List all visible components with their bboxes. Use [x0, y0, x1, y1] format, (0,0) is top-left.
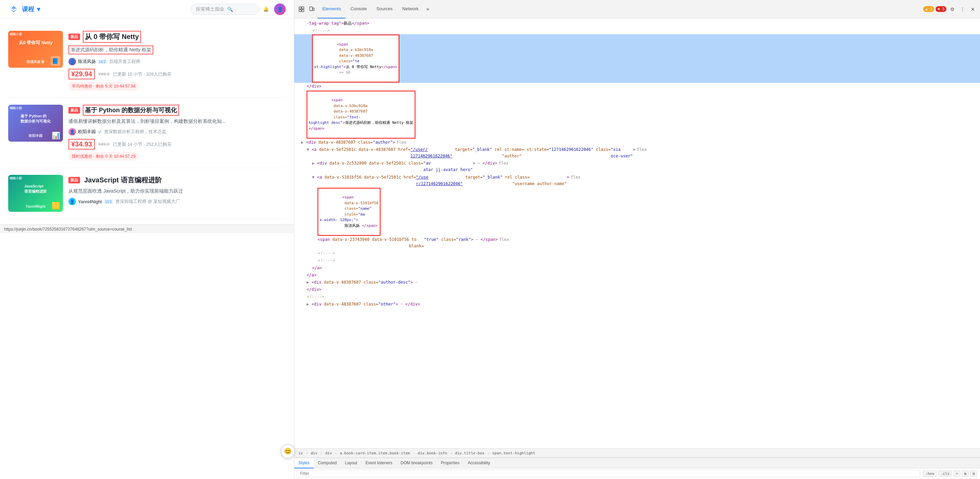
filter-box-2[interactable]: ⊟: [970, 471, 977, 477]
tree-line-author-desc[interactable]: ▶ <div data-v-48387607 class="author-des…: [294, 279, 980, 286]
tab-dom-breakpoints[interactable]: DOM breakpoints: [396, 458, 437, 468]
tree-line-a-close[interactable]: </a>: [294, 264, 980, 272]
tab-network[interactable]: Network: [398, 0, 424, 19]
tree-line-comment-1[interactable]: <!---->: [294, 27, 980, 34]
course-info-2: 新品 基于 Python 的数据分析与可视化 通俗易懂讲解数据分析及其算法，剖析…: [68, 105, 286, 161]
tree-line-rank-span[interactable]: <span data-v-23743940 data-v-5101bf56 to…: [294, 236, 980, 250]
svg-rect-1: [299, 10, 301, 12]
breadcrumb-div-1[interactable]: div: [309, 450, 319, 456]
tree-line-comment-3[interactable]: <!---->: [294, 257, 980, 264]
course-info-3: 新品 JavaScript 语言编程进阶 从规范层面吃透 JavaScript，…: [68, 175, 286, 209]
tree-line-avatar-div[interactable]: ▶ <div data-v-2c532890 data-v-5ef2501c c…: [294, 160, 980, 173]
devtools-close-btn[interactable]: ✕: [968, 5, 977, 14]
devtools-settings-btn[interactable]: ⚙: [948, 5, 957, 14]
tree-line-other-div[interactable]: ▶ <div data-v-48387607 class="other"> ⋯ …: [294, 301, 980, 308]
error-count: ✖ 3: [937, 7, 944, 11]
price-meta-2: 已更新 14 小节 · 252人已购买: [113, 141, 172, 148]
devtools-menu-btn[interactable]: ⋮: [958, 5, 967, 14]
course-item[interactable]: 稽能小册 从0 带你写 Netty 陈清风扬 著 📘 新品 从 0 带你写 Ne…: [8, 24, 286, 98]
filter-hov[interactable]: :hov: [923, 471, 937, 477]
tree-line-desc[interactable]: <span data-v-b3bc918a data-v-48387607 cl…: [294, 90, 980, 139]
course-item-3[interactable]: 稽能小册 JavaScript语言编程进阶 Yanni4Night 🟨 新品 J…: [8, 168, 286, 219]
left-panel: 课程 ▾ 探索稀土掘金 🔍 🔔 👤 稽能小册 从0 带你写 Netty 陈清风扬…: [0, 0, 294, 479]
thumb-author-3: Yanni4Night: [25, 205, 46, 208]
search-box[interactable]: 探索稀土掘金 🔍: [191, 4, 259, 15]
name-element: <span data-v-5101bf56 class="name" style…: [318, 188, 380, 236]
tab-properties[interactable]: Properties: [437, 458, 464, 468]
course-item-2[interactable]: 稽能小册 基于 Python 的数据分析与可视化 欧阳丰园 📊 新品 基于 Py…: [8, 98, 286, 168]
filter-box-1[interactable]: ⊞: [962, 471, 969, 477]
tree-line-author-div[interactable]: ▶ <div data-v-48387607 class="author"> f…: [294, 139, 980, 146]
breadcrumb-div-title-box[interactable]: div.title-box: [454, 450, 486, 456]
course-title-3: JavaScript 语言编程进阶: [83, 175, 163, 185]
status-bar: https://juejin.cn/book/72552583167276482…: [0, 224, 294, 233]
logo-text: 课程: [22, 5, 34, 13]
devtools-right-icons: ▲ 3 ✖ 3 ⚙ ⋮ ✕: [923, 5, 977, 14]
tree-line-highlighted[interactable]: <span data-v-b3bc918a data-v-48387607 cl…: [294, 34, 980, 83]
tree-line-div-close[interactable]: </div>: [294, 83, 980, 90]
tab-event-listeners[interactable]: Event listeners: [361, 458, 396, 468]
highlighted-element: <span data-v-b3bc918a data-v-48387607 cl…: [312, 35, 399, 83]
tab-console[interactable]: Console: [345, 0, 372, 19]
devtools-html-content: -tag-wrap tag">新品</span> <!----> <span d…: [294, 19, 980, 448]
devtools-more-tabs[interactable]: »: [423, 6, 432, 12]
breadcrumb-a-book-card[interactable]: a.book-card-item.item.book-item: [339, 450, 411, 456]
float-button[interactable]: 😊: [281, 444, 295, 458]
course-title-1: 从 0 带你写 Netty: [83, 31, 141, 43]
tree-line-name-span[interactable]: <span data-v-5101bf56 class="name" style…: [294, 188, 980, 236]
avatar[interactable]: 👤: [274, 3, 286, 15]
tree-line[interactable]: -tag-wrap tag">新品</span>: [294, 20, 980, 27]
tab-accessibility[interactable]: Accessibility: [464, 458, 494, 468]
devtools-device-btn[interactable]: [307, 5, 316, 14]
tab-sources[interactable]: Sources: [372, 0, 398, 19]
course-list: 稽能小册 从0 带你写 Netty 陈清风扬 著 📘 新品 从 0 带你写 Ne…: [0, 19, 294, 224]
course-thumbnail-2: 稽能小册 基于 Python 的数据分析与可视化 欧阳丰园 📊: [8, 105, 63, 142]
breadcrumb-div-2[interactable]: div: [324, 450, 333, 456]
filter-cls[interactable]: .cls: [938, 471, 952, 477]
badge-new-1: 新品: [68, 33, 80, 40]
promo-badge-1: 早鸟特惠价 · 剩余 5 天 10:44:57.94: [68, 82, 139, 91]
tree-line-a-close-2[interactable]: </a>: [294, 272, 980, 279]
tab-layout[interactable]: Layout: [341, 458, 361, 468]
styles-filter-input[interactable]: [297, 470, 920, 477]
svg-point-6: [311, 10, 311, 11]
tab-computed[interactable]: Computed: [314, 458, 341, 468]
search-placeholder: 探索稀土掘金: [196, 6, 224, 12]
logo-dropdown[interactable]: ▾: [37, 5, 40, 13]
tree-line-div-close-2[interactable]: </div>: [294, 286, 980, 293]
devtools-inspect-btn[interactable]: [297, 5, 306, 14]
price-original-2: ¥49.9: [98, 142, 110, 147]
svg-rect-5: [313, 8, 314, 11]
course-author-1: 👤 陈清风扬 LV.2 后端开发工程师: [68, 58, 286, 65]
breadcrumb-iv[interactable]: iv: [297, 450, 304, 456]
course-thumbnail-1: 稽能小册 从0 带你写 Netty 陈清风扬 著 📘: [8, 31, 63, 68]
course-author-3: 👤 Yanni4Night LV.1 资深前端工程师 @ 某短视频大厂: [68, 198, 286, 205]
devtools-tabs: Elements Console Sources Network »: [318, 0, 432, 19]
tree-line-a-username[interactable]: ▼ <a data-v-5101bf56 data-v-5ef2501c hre…: [294, 174, 980, 188]
tab-elements[interactable]: Elements: [318, 0, 345, 19]
tree-line-comment-4[interactable]: <!---->: [294, 293, 980, 301]
filter-plus[interactable]: +: [953, 471, 961, 477]
devtools-panel: Elements Console Sources Network » ▲ 3 ✖…: [294, 0, 980, 479]
course-title-row-1: 新品 从 0 带你写 Netty: [68, 31, 286, 43]
author-name-3: Yanni4Night: [78, 199, 102, 204]
tree-line-a-user[interactable]: ▼ <a data-v-5ef2501c data-v-48387607 hre…: [294, 146, 980, 160]
styles-panel: Styles Computed Layout Event listeners D…: [294, 458, 980, 479]
breadcrumb-span-text-highlight[interactable]: span.text-highlight: [491, 450, 536, 456]
tree-line-comment-2[interactable]: <!---->: [294, 250, 980, 257]
svg-rect-0: [299, 7, 301, 9]
float-icon: 😊: [284, 447, 291, 455]
level-badge-1: LV.2: [98, 59, 107, 64]
header-icons: 🔔 👤: [263, 3, 286, 15]
header-search: 探索稀土掘金 🔍 🔔 👤: [191, 3, 286, 15]
price-current-2: ¥34.93: [68, 139, 95, 150]
breadcrumb-div-book-info[interactable]: div.book-info: [417, 450, 449, 456]
author-name-1: 陈清风扬: [78, 59, 96, 65]
thumb-title-1: 从0 带你写 Netty: [19, 40, 53, 46]
logo[interactable]: 课程 ▾: [8, 4, 40, 15]
author-role-1: 后端开发工程师: [109, 59, 140, 65]
tab-styles[interactable]: Styles: [294, 458, 314, 468]
bell-icon[interactable]: 🔔: [263, 6, 269, 12]
thumb-author-1: 陈清风扬 著: [27, 59, 45, 64]
course-desc-3: 从规范层面吃透 JavaScript，助力你实现前端能力跃迁: [68, 188, 286, 194]
